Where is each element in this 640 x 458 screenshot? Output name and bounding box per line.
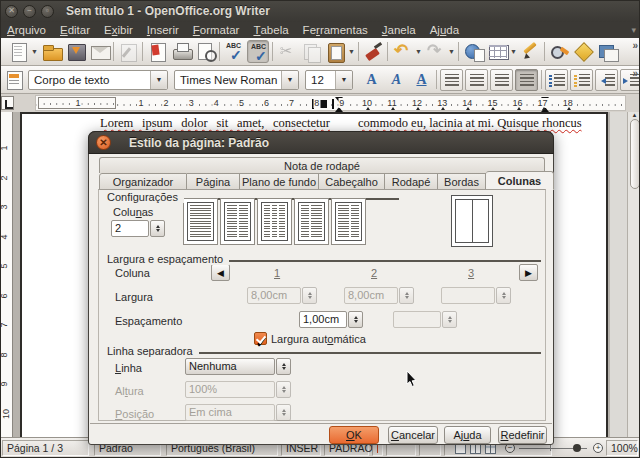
column-prev-button[interactable]: ◀ bbox=[211, 264, 230, 281]
tab-organizador[interactable]: Organizador bbox=[99, 173, 187, 190]
paragraph-style-combo[interactable]: Corpo de texto ▼ bbox=[28, 70, 168, 90]
undo-icon[interactable] bbox=[391, 40, 413, 63]
redo-dropdown-icon[interactable]: ▼ bbox=[447, 40, 456, 64]
tab-colunas[interactable]: Colunas bbox=[486, 171, 554, 190]
column-layout-left-button[interactable] bbox=[294, 198, 329, 245]
edit-file-icon[interactable] bbox=[117, 40, 139, 63]
column-layout-3-button[interactable] bbox=[257, 198, 292, 245]
format-paintbrush-icon[interactable] bbox=[362, 40, 384, 63]
font-size-combo[interactable]: 12 ▼ bbox=[305, 70, 353, 90]
scroll-up-icon[interactable]: ▲ bbox=[630, 112, 639, 118]
column-next-button[interactable]: ▶ bbox=[519, 264, 538, 281]
column-layout-2-button[interactable] bbox=[220, 198, 255, 245]
spacing-1-spinner[interactable]: 1,00cm bbox=[299, 311, 363, 328]
menu-exibir[interactable]: Exibir bbox=[97, 22, 140, 38]
justify-button[interactable] bbox=[515, 69, 538, 91]
document-text-column-1[interactable]: Lorem ipsum dolor sit amet, consectetur bbox=[100, 116, 330, 131]
horizontal-ruler[interactable]: 1 123456789101112131415161718 bbox=[35, 95, 626, 111]
print-icon[interactable] bbox=[170, 40, 192, 63]
find-replace-icon[interactable] bbox=[548, 40, 570, 63]
spellcheck-icon[interactable] bbox=[223, 40, 245, 63]
window-minimize-button[interactable]: − bbox=[23, 5, 36, 18]
insert-table-dropdown-icon[interactable]: ▼ bbox=[509, 40, 518, 64]
dialog-close-button[interactable]: ✕ bbox=[96, 135, 111, 150]
italic-button[interactable]: A bbox=[385, 69, 408, 91]
tab-nota-de-rodape[interactable]: Nota de rodapé bbox=[99, 157, 545, 173]
toolbar-overflow-icon[interactable]: » bbox=[632, 40, 638, 51]
zoom-slider-knob[interactable] bbox=[573, 444, 581, 452]
vertical-scrollbar[interactable]: ▲ bbox=[627, 112, 640, 437]
paste-icon[interactable] bbox=[324, 40, 346, 63]
tab-plano-de-fundo[interactable]: Plano de fundo bbox=[240, 173, 319, 190]
column-layout-right-button[interactable] bbox=[331, 198, 366, 245]
dialog-titlebar[interactable]: ✕ Estilo da página: Padrão bbox=[88, 131, 554, 154]
gallery-icon[interactable] bbox=[596, 40, 618, 63]
menu-formatar[interactable]: Formatar bbox=[186, 22, 247, 38]
navigator-icon[interactable] bbox=[572, 40, 594, 63]
column-gap-marker[interactable] bbox=[332, 99, 334, 109]
window-close-button[interactable]: ✕ bbox=[5, 5, 18, 18]
ok-button[interactable]: OK bbox=[329, 426, 379, 444]
undo-dropdown-icon[interactable]: ▼ bbox=[414, 40, 423, 64]
copy-icon[interactable] bbox=[300, 40, 322, 63]
tab-página[interactable]: Página bbox=[187, 173, 240, 190]
menu-inserir[interactable]: Inserir bbox=[140, 22, 186, 38]
draw-functions-icon[interactable] bbox=[519, 40, 541, 63]
redo-icon[interactable] bbox=[424, 40, 446, 63]
decrease-indent-button[interactable] bbox=[595, 69, 618, 91]
separator-position-select[interactable]: Em cima bbox=[185, 404, 291, 421]
auto-spellcheck-icon[interactable] bbox=[247, 40, 269, 63]
new-document-icon[interactable] bbox=[7, 40, 29, 63]
tab-bordas[interactable]: Bordas bbox=[438, 173, 486, 190]
hyperlink-icon[interactable] bbox=[462, 40, 484, 63]
page-preview-icon[interactable] bbox=[194, 40, 216, 63]
styles-icon[interactable] bbox=[6, 70, 24, 90]
menu-ajuda[interactable]: Ajuda bbox=[423, 22, 466, 38]
align-right-button[interactable] bbox=[490, 69, 513, 91]
menu-tabela[interactable]: Tabela bbox=[246, 22, 295, 38]
open-document-icon[interactable] bbox=[40, 40, 62, 63]
width-1-spinner[interactable]: 8,00cm bbox=[247, 287, 317, 304]
menubar-overflow-icon[interactable]: ▾ bbox=[631, 25, 640, 35]
toolbar-overflow-icon[interactable]: » bbox=[632, 68, 638, 79]
bullet-list-button[interactable] bbox=[570, 69, 593, 91]
document-text-column-2[interactable]: commodo eu, lacinia at mi. Quisque rhonc… bbox=[358, 116, 545, 131]
tab-cabeçalho[interactable]: Cabeçalho bbox=[319, 173, 385, 190]
numbered-list-button[interactable] bbox=[545, 69, 568, 91]
menu-ferramentas[interactable]: Ferramentas bbox=[296, 22, 375, 38]
vertical-ruler[interactable]: 12345678910 bbox=[0, 112, 13, 437]
status-page-number[interactable]: Página 1 / 3 bbox=[2, 440, 89, 456]
align-left-button[interactable] bbox=[440, 69, 463, 91]
separator-line-select[interactable]: Nenhuma bbox=[185, 358, 291, 375]
auto-width-checkbox[interactable]: ✓ bbox=[254, 332, 267, 345]
status-zoom-percent[interactable]: 100% bbox=[606, 440, 638, 456]
align-center-button[interactable] bbox=[465, 69, 488, 91]
new-document-dropdown-icon[interactable]: ▼ bbox=[30, 40, 39, 64]
cancelar-button[interactable]: Cancelar bbox=[388, 426, 438, 444]
window-maximize-button[interactable]: ▫ bbox=[41, 5, 54, 18]
tab-stop-selector-icon[interactable] bbox=[1, 96, 14, 110]
paragraph-style-dropdown-icon[interactable]: ▼ bbox=[150, 71, 167, 89]
tab-rodapé[interactable]: Rodapé bbox=[385, 173, 438, 190]
font-name-combo[interactable]: Times New Roman ▼ bbox=[174, 70, 299, 90]
menu-editar[interactable]: Editar bbox=[53, 22, 97, 38]
width-3-spinner[interactable] bbox=[441, 287, 511, 304]
separator-height-spinner[interactable]: 100% bbox=[185, 381, 291, 398]
bold-button[interactable]: A bbox=[360, 69, 383, 91]
font-size-dropdown-icon[interactable]: ▼ bbox=[335, 71, 352, 89]
underline-button[interactable]: A bbox=[410, 69, 433, 91]
width-2-spinner[interactable]: 8,00cm bbox=[344, 287, 414, 304]
paste-dropdown-icon[interactable]: ▼ bbox=[347, 40, 356, 64]
spacing-2-spinner[interactable] bbox=[393, 311, 457, 328]
scrollbar-thumb[interactable] bbox=[630, 119, 640, 189]
menu-arquivo[interactable]: Arquivo bbox=[0, 22, 53, 38]
insert-table-icon[interactable] bbox=[486, 40, 508, 63]
font-name-dropdown-icon[interactable]: ▼ bbox=[281, 71, 298, 89]
export-pdf-icon[interactable] bbox=[146, 40, 168, 63]
ajuda-button[interactable]: Ajuda bbox=[444, 426, 491, 444]
cut-icon[interactable] bbox=[276, 40, 298, 63]
redefinir-button[interactable]: Redefinir bbox=[498, 426, 547, 444]
spinner-buttons[interactable] bbox=[150, 220, 165, 237]
zoom-in-icon[interactable]: + bbox=[593, 443, 603, 453]
column-layout-1-button[interactable] bbox=[183, 198, 218, 245]
